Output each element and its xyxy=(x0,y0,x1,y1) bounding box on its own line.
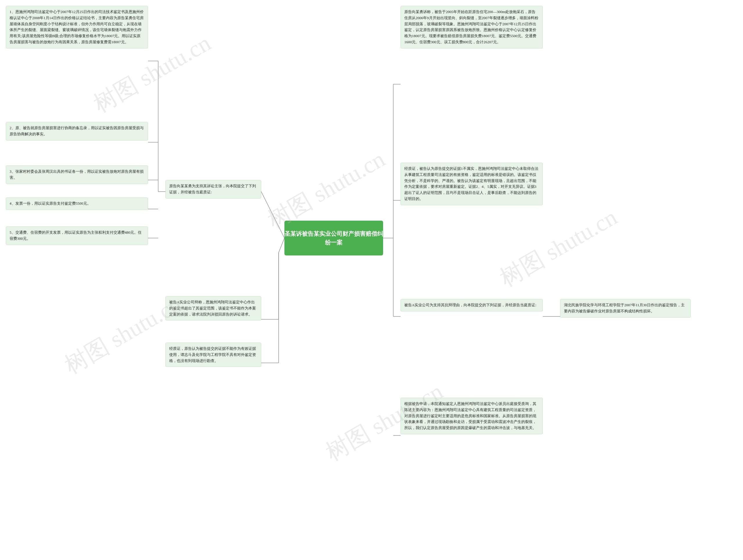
right-box-1-text: 原告向某勇诉称，被告于2005年开始在距原告住宅200—300m处放炮采石，原告… xyxy=(404,10,538,44)
far-right-box-1-text: 湖北民族学院化学与环境工程学院于2007年11月30日作出的鉴定报告，主要内容为… xyxy=(564,303,685,313)
left-box-4-text: 4、发票一份，用以证实原告支付鉴定费5500元。 xyxy=(10,201,91,206)
mid-left-box-3-text: 经质证，原告认为被告提交的证据不能作为有效证据使用，谭志斗及化学院与工程学院不具… xyxy=(169,346,256,363)
center-title-text: 圣某诉被告某实业公司财产损害赔偿纠纷一案 xyxy=(285,229,383,247)
right-box-4: 根据被告申请，本院通知鉴定人恩施州鸿翔司法鉴定中心派员出庭接受质询，其陈述主要内… xyxy=(400,398,543,434)
right-box-1: 原告向某勇诉称，被告于2005年开始在距原告住宅200—300m处放炮采石，原告… xyxy=(400,6,543,48)
right-box-2: 经质证，被告认为原告提交的证据1不属实，恩施州鸿翔司法鉴定中心未取得合法从事建筑… xyxy=(400,163,543,205)
mid-left-box-1: 原告向某某勇为支持其诉讼主张，向本院提交了下列证据，并经被告当庭质证: xyxy=(166,180,261,199)
left-box-2: 2、原、被告就原告房屋损害进行协商的备忘录，用以证实被告因原告房屋受损与原告协商… xyxy=(6,122,148,140)
left-box-5-text: 5、交通费、住宿费的开支发票，用以证实原告为主张权利支付交通费480元。住宿费3… xyxy=(10,230,142,241)
right-box-4-text: 根据被告申请，本院通知鉴定人恩施州鸿翔司法鉴定中心派员出庭接受质询，其陈述主要内… xyxy=(404,401,536,430)
right-box-2-text: 经质证，被告认为原告提交的证据1不属实，恩施州鸿翔司法鉴定中心未取得合法从事建筑… xyxy=(404,166,538,201)
svg-line-7 xyxy=(261,191,285,238)
watermark-5: 树图 shutu.cn xyxy=(494,202,623,294)
left-box-5: 5、交通费、住宿费的开支发票，用以证实原告为主张权利支付交通费480元。住宿费3… xyxy=(6,226,148,245)
left-box-3-text: 3、张家村村委会及张周汉出具的书证各一份，用以证实被告放炮对原告房屋有损害。 xyxy=(10,169,144,180)
right-box-3: 被告A实业公司为支持其抗辩理由，向本院提交的下列证据，并经原告当庭质证: xyxy=(400,299,543,311)
svg-line-15 xyxy=(279,238,285,253)
center-title-box: 圣某诉被告某实业公司财产损害赔偿纠纷一案 xyxy=(285,221,383,255)
left-box-4: 4、发票一份，用以证实原告支付鉴定费5500元。 xyxy=(6,198,148,210)
left-box-1: 1、恩施州鸿翔司法鉴定中心于2007年12月25日作出的司法技术鉴定书及恩施州价… xyxy=(6,6,148,48)
mid-left-box-3: 经质证，原告认为被告提交的证据不能作为有效证据使用，谭志斗及化学院与工程学院不具… xyxy=(166,343,261,367)
mid-left-box-2: 被告A实业公司辩称，恩施州鸿翔司法鉴定中心作出的鉴定书超出了其鉴定范围，该鉴定书… xyxy=(166,296,261,320)
far-right-box-1: 湖北民族学院化学与环境工程学院于2007年11月30日作出的鉴定报告，主要内容为… xyxy=(560,299,691,317)
connector-lines xyxy=(0,0,743,560)
left-box-1-text: 1、恩施州鸿翔司法鉴定中心于2007年12月25日作出的司法技术鉴定书及恩施州价… xyxy=(10,10,144,44)
mid-left-box-2-text: 被告A实业公司辩称，恩施州鸿翔司法鉴定中心作出的鉴定书超出了其鉴定范围，该鉴定书… xyxy=(169,300,256,316)
right-box-3-text: 被告A实业公司为支持其抗辩理由，向本院提交的下列证据，并经原告当庭质证: xyxy=(404,303,536,307)
left-box-3: 3、张家村村委会及张周汉出具的书证各一份，用以证实被告放炮对原告房屋有损害。 xyxy=(6,166,148,184)
mid-left-box-1-text: 原告向某某勇为支持其诉讼主张，向本院提交了下列证据，并经被告当庭质证: xyxy=(169,184,256,194)
left-box-2-text: 2、原、被告就原告房屋损害进行协商的备忘录，用以证实被告因原告房屋受损与原告协商… xyxy=(10,126,144,136)
